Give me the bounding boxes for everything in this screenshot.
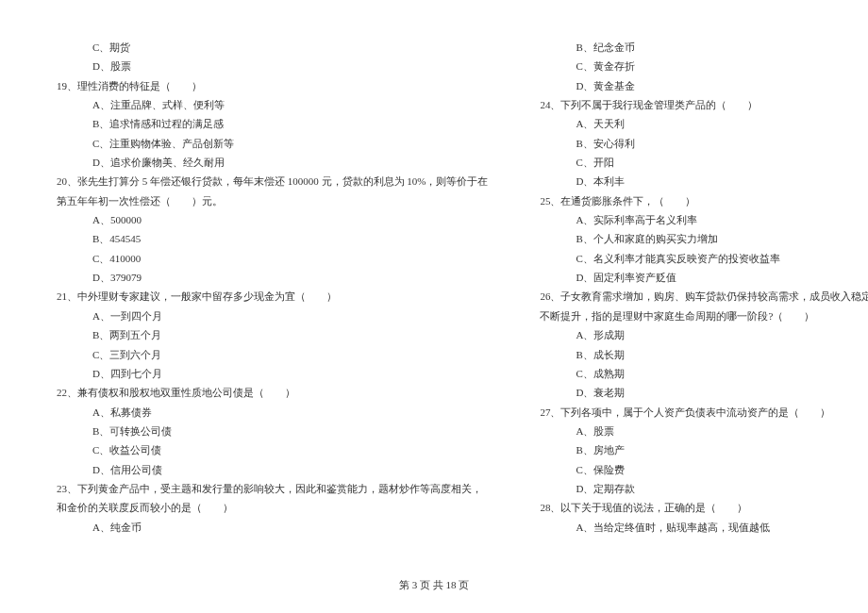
page-body: C、期货 D、股票 19、理性消费的特征是（ ） A、注重品牌、式样、便利等 B… bbox=[0, 0, 868, 566]
opt-18-d: D、股票 bbox=[57, 57, 488, 75]
opt-27-a: A、股票 bbox=[540, 422, 868, 440]
opt-26-a: A、形成期 bbox=[540, 325, 868, 344]
opt-23-d: D、黄金基金 bbox=[540, 76, 868, 95]
question-24: 24、下列不属于我行现金管理类产品的（ ） bbox=[540, 95, 868, 114]
opt-19-a: A、注重品牌、式样、便利等 bbox=[57, 95, 488, 114]
opt-21-b: B、两到五个月 bbox=[57, 325, 488, 344]
opt-19-b: B、追求情感和过程的满足感 bbox=[57, 114, 488, 133]
question-20-line2: 第五年年初一次性偿还（ ）元。 bbox=[57, 191, 488, 210]
opt-25-d: D、固定利率资产贬值 bbox=[540, 268, 868, 287]
opt-27-c: C、保险费 bbox=[540, 460, 868, 479]
opt-24-a: A、天天利 bbox=[540, 114, 868, 133]
question-21: 21、中外理财专家建议，一般家中留存多少现金为宜（ ） bbox=[57, 287, 488, 306]
opt-21-c: C、三到六个月 bbox=[57, 345, 488, 364]
opt-20-c: C、410000 bbox=[57, 249, 488, 268]
opt-19-d: D、追求价廉物美、经久耐用 bbox=[57, 153, 488, 172]
question-26-line2: 不断提升，指的是理财中家庭生命周期的哪一阶段?（ ） bbox=[540, 306, 868, 325]
question-23-line1: 23、下列黄金产品中，受主题和发行量的影响较大，因此和鉴赏能力，题材炒作等高度相… bbox=[57, 479, 488, 498]
opt-18-c: C、期货 bbox=[57, 38, 488, 57]
opt-25-c: C、名义利率才能真实反映资产的投资收益率 bbox=[540, 249, 868, 268]
question-27: 27、下列各项中，属于个人资产负债表中流动资产的是（ ） bbox=[540, 403, 868, 422]
question-19: 19、理性消费的特征是（ ） bbox=[57, 76, 488, 95]
opt-25-a: A、实际利率高于名义利率 bbox=[540, 210, 868, 229]
opt-20-a: A、500000 bbox=[57, 210, 488, 229]
opt-21-a: A、一到四个月 bbox=[57, 306, 488, 325]
opt-22-d: D、信用公司债 bbox=[57, 460, 488, 479]
right-column: B、纪念金币 C、黄金存折 D、黄金基金 24、下列不属于我行现金管理类产品的（… bbox=[540, 38, 868, 528]
opt-23-c: C、黄金存折 bbox=[540, 57, 868, 75]
question-26-line1: 26、子女教育需求增加，购房、购车贷款仍保持较高需求，成员收入稳定，家庭风险承受… bbox=[540, 287, 868, 306]
opt-25-b: B、个人和家庭的购买实力增加 bbox=[540, 229, 868, 248]
opt-27-b: B、房地产 bbox=[540, 440, 868, 459]
opt-26-c: C、成熟期 bbox=[540, 364, 868, 383]
opt-26-b: B、成长期 bbox=[540, 345, 868, 364]
opt-22-b: B、可转换公司债 bbox=[57, 422, 488, 440]
opt-21-d: D、四到七个月 bbox=[57, 364, 488, 383]
opt-23-b: B、纪念金币 bbox=[540, 38, 868, 57]
opt-19-c: C、注重购物体验、产品创新等 bbox=[57, 134, 488, 153]
left-column: C、期货 D、股票 19、理性消费的特征是（ ） A、注重品牌、式样、便利等 B… bbox=[57, 38, 488, 528]
question-20-line1: 20、张先生打算分 5 年偿还银行贷款，每年末偿还 100000 元，贷款的利息… bbox=[57, 172, 488, 191]
opt-28-a: A、当给定终值时，贴现率越高，现值越低 bbox=[540, 518, 868, 537]
question-28: 28、以下关于现值的说法，正确的是（ ） bbox=[540, 498, 868, 517]
opt-22-a: A、私募债券 bbox=[57, 403, 488, 422]
question-23-line2: 和金价的关联度反而较小的是（ ） bbox=[57, 498, 488, 517]
opt-27-d: D、定期存款 bbox=[540, 479, 868, 498]
question-25: 25、在通货膨胀条件下，（ ） bbox=[540, 191, 868, 210]
opt-23-a: A、纯金币 bbox=[57, 518, 488, 537]
page-footer: 第 3 页 共 18 页 bbox=[0, 575, 868, 594]
opt-24-c: C、开阳 bbox=[540, 153, 868, 172]
opt-22-c: C、收益公司债 bbox=[57, 440, 488, 459]
opt-24-b: B、安心得利 bbox=[540, 134, 868, 153]
opt-24-d: D、本利丰 bbox=[540, 172, 868, 191]
opt-20-d: D、379079 bbox=[57, 268, 488, 287]
opt-20-b: B、454545 bbox=[57, 229, 488, 248]
question-22: 22、兼有债权和股权地双重性质地公司债是（ ） bbox=[57, 383, 488, 402]
opt-26-d: D、衰老期 bbox=[540, 383, 868, 402]
